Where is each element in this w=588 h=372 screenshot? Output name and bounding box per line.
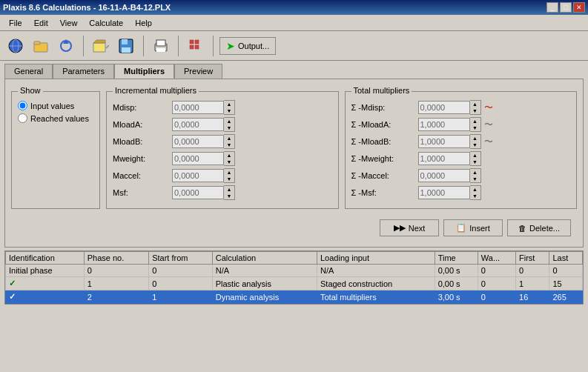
total-spin-down-5[interactable]: ▼: [470, 193, 480, 199]
incr-field-5: Msf: ▲ ▼: [113, 185, 332, 200]
total-spinner-2: ▲ ▼: [470, 134, 481, 149]
svg-rect-12: [122, 47, 131, 53]
tab-multipliers[interactable]: Multipliers: [114, 64, 174, 79]
incr-spin-up-3[interactable]: ▲: [224, 152, 234, 159]
tab-general[interactable]: General: [4, 64, 53, 79]
maximize-button[interactable]: □: [560, 2, 572, 13]
incr-spin-down-3[interactable]: ▼: [224, 159, 234, 165]
col-loading-input: Loading input: [317, 252, 435, 265]
incr-spin-down-0[interactable]: ▼: [224, 107, 234, 114]
total-input-5[interactable]: [418, 186, 470, 199]
incr-field-0: Mdisp: ▲ ▼: [113, 100, 332, 115]
radio-input-values[interactable]: Input values: [18, 101, 93, 110]
incr-spin-up-0[interactable]: ▲: [224, 101, 234, 107]
incr-input-5[interactable]: [172, 186, 224, 199]
tab-parameters[interactable]: Parameters: [53, 64, 114, 79]
table-row[interactable]: ✓ 2 1 Dynamic analysis Total multipliers…: [6, 290, 583, 304]
incr-spin-up-2[interactable]: ▲: [224, 135, 234, 142]
next-button[interactable]: ▶▶ Next: [380, 219, 439, 236]
globe-button[interactable]: [4, 36, 27, 56]
table-row[interactable]: Initial phase 0 0 N/A N/A 0,00 s 0 0 0: [6, 265, 583, 277]
incr-label-2: MloadB:: [113, 137, 172, 146]
incr-spin-down-4[interactable]: ▼: [224, 176, 234, 182]
svg-rect-19: [195, 45, 199, 49]
radio-reached-values[interactable]: Reached values: [18, 113, 93, 123]
chart-icon-flat-2[interactable]: 〜: [484, 136, 493, 148]
incr-spin-up-4[interactable]: ▲: [224, 169, 234, 176]
total-spin-up-5[interactable]: ▲: [470, 186, 480, 193]
minimize-button[interactable]: _: [546, 2, 558, 13]
svg-line-9: [106, 45, 109, 48]
close-button[interactable]: ✕: [573, 2, 585, 13]
incr-spin-down-1[interactable]: ▼: [224, 124, 234, 131]
menu-edit[interactable]: Edit: [28, 17, 54, 29]
insert-button[interactable]: 📋 Insert: [443, 219, 503, 236]
menu-bar: File Edit View Calculate Help: [0, 15, 588, 31]
total-spin-down-4[interactable]: ▼: [470, 176, 480, 182]
incr-spin-up-1[interactable]: ▲: [224, 118, 234, 124]
tab-preview[interactable]: Preview: [174, 64, 222, 79]
output-button[interactable]: ➤ Output...: [219, 37, 276, 55]
refresh-button[interactable]: [55, 36, 77, 56]
incr-input-2[interactable]: [172, 135, 224, 148]
table-row[interactable]: ✓ 1 0 Plastic analysis Staged constructi…: [6, 277, 583, 290]
incr-field-2: MloadB: ▲ ▼: [113, 134, 332, 149]
cell-phase-0: 0: [84, 265, 148, 277]
save-button[interactable]: [115, 36, 137, 56]
total-spin-up-0[interactable]: ▲: [470, 101, 480, 107]
delete-label: Delete...: [529, 224, 560, 233]
open-button[interactable]: [90, 36, 112, 56]
radio-reached-values-input[interactable]: [18, 113, 27, 123]
menu-help[interactable]: Help: [129, 17, 158, 29]
total-spin-down-0[interactable]: ▼: [470, 107, 480, 114]
total-label-4: Σ -Maccel:: [351, 171, 418, 180]
chart-icon-flat-1[interactable]: 〜: [484, 119, 493, 131]
grid-button[interactable]: [185, 36, 207, 56]
incr-spin-up-5[interactable]: ▲: [224, 186, 234, 193]
window-controls[interactable]: _ □ ✕: [546, 2, 585, 13]
incr-input-wrap-4: ▲ ▼: [172, 168, 235, 183]
cell-last-1: 15: [549, 277, 583, 290]
total-spin-up-2[interactable]: ▲: [470, 135, 480, 142]
total-spin-up-1[interactable]: ▲: [470, 118, 480, 124]
incr-input-1[interactable]: [172, 118, 224, 131]
total-spin-up-4[interactable]: ▲: [470, 169, 480, 176]
cell-start-0: 0: [149, 265, 213, 277]
total-spin-down-2[interactable]: ▼: [470, 142, 480, 148]
print-button[interactable]: [150, 36, 172, 56]
incr-spin-down-5[interactable]: ▼: [224, 193, 234, 199]
menu-file[interactable]: File: [3, 17, 28, 29]
cell-calc-2: Dynamic analysis: [212, 290, 317, 304]
insert-icon: 📋: [456, 223, 466, 233]
cell-first-0: 0: [516, 265, 549, 277]
total-field-1: Σ -MloadA: ▲ ▼ 〜: [351, 117, 571, 132]
folder-button[interactable]: [30, 36, 52, 56]
menu-calculate[interactable]: Calculate: [83, 17, 129, 29]
cell-time-0: 0,00 s: [435, 265, 478, 277]
incr-spin-down-2[interactable]: ▼: [224, 142, 234, 148]
total-spin-up-3[interactable]: ▲: [470, 152, 480, 159]
title-bar: Plaxis 8.6 Calculations - 16-11-A-B4-12.…: [0, 0, 588, 15]
radio-input-values-input[interactable]: [18, 101, 27, 110]
svg-rect-11: [122, 39, 128, 44]
total-input-1[interactable]: [418, 118, 470, 131]
total-input-2[interactable]: [418, 135, 470, 148]
incr-input-4[interactable]: [172, 169, 224, 182]
total-spin-down-1[interactable]: ▼: [470, 124, 480, 131]
total-input-3[interactable]: [418, 152, 470, 165]
menu-view[interactable]: View: [54, 17, 84, 29]
delete-button[interactable]: 🗑 Delete...: [507, 219, 571, 236]
phases-table-wrapper: Identification Phase no. Start from Calc…: [4, 250, 584, 305]
total-input-0[interactable]: [418, 101, 470, 114]
main-content: General Parameters Multipliers Preview S…: [0, 61, 588, 250]
total-spin-down-3[interactable]: ▼: [470, 159, 480, 165]
chart-icon-0[interactable]: 〜: [484, 102, 493, 114]
total-input-wrap-5: ▲ ▼: [418, 185, 481, 200]
cell-time-2: 3,00 s: [435, 290, 478, 304]
incr-input-3[interactable]: [172, 152, 224, 165]
cell-last-0: 0: [549, 265, 583, 277]
cell-first-2: 16: [516, 290, 549, 304]
incr-input-0[interactable]: [172, 101, 224, 114]
window-title: Plaxis 8.6 Calculations - 16-11-A-B4-12.…: [3, 3, 171, 12]
total-input-4[interactable]: [418, 169, 470, 182]
